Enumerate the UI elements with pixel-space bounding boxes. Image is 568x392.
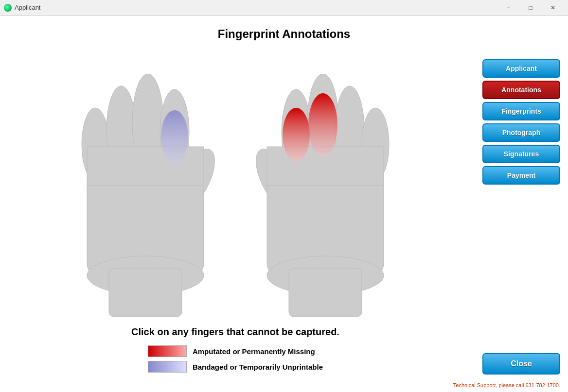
nav-annotations-button[interactable]: Annotations [482, 81, 560, 99]
legend-label-blue: Bandaged or Temporarily Unprintable [193, 363, 323, 371]
svg-point-20 [308, 93, 337, 156]
legend-label-red: Amputated or Permanently Missing [193, 347, 315, 356]
instruction-text: Click on any fingers that cannot be capt… [131, 326, 339, 338]
titlebar-title: Applicant [15, 4, 497, 11]
legend-swatch-red [148, 345, 187, 357]
legend-swatch-blue [148, 361, 187, 373]
right-hand [255, 74, 420, 326]
titlebar-controls: − □ ✕ [497, 0, 564, 16]
app-icon [4, 4, 12, 12]
nav-payment-button[interactable]: Payment [482, 166, 560, 185]
legend-item-red: Amputated or Permanently Missing [148, 345, 323, 357]
bottom-area: Click on any fingers that cannot be capt… [0, 326, 471, 373]
main-content: Fingerprint Annotations Applicant Annota… [0, 16, 568, 392]
svg-point-9 [161, 110, 188, 164]
hands-area [0, 54, 471, 326]
left-hand-svg [51, 74, 216, 326]
nav-panel: Applicant Annotations Fingerprints Photo… [482, 59, 560, 185]
tech-support-text: Technical Support, please call 631-782-1… [453, 382, 560, 388]
svg-rect-8 [109, 268, 182, 317]
window-close-button[interactable]: ✕ [542, 0, 564, 16]
nav-signatures-button[interactable]: Signatures [482, 145, 560, 163]
svg-point-19 [283, 108, 310, 161]
close-button[interactable]: Close [482, 353, 560, 375]
nav-fingerprints-button[interactable]: Fingerprints [482, 102, 560, 120]
right-hand-svg [255, 74, 420, 326]
svg-rect-6 [87, 147, 204, 186]
legend: Amputated or Permanently Missing Bandage… [148, 345, 323, 373]
legend-item-blue: Bandaged or Temporarily Unprintable [148, 361, 323, 373]
titlebar: Applicant − □ ✕ [0, 0, 568, 16]
nav-photograph-button[interactable]: Photograph [482, 123, 560, 142]
nav-applicant-button[interactable]: Applicant [482, 59, 560, 78]
minimize-button[interactable]: − [497, 0, 519, 16]
left-hand [51, 74, 216, 326]
maximize-button[interactable]: □ [519, 0, 542, 16]
page-title: Fingerprint Annotations [0, 16, 568, 41]
svg-rect-18 [289, 268, 362, 317]
